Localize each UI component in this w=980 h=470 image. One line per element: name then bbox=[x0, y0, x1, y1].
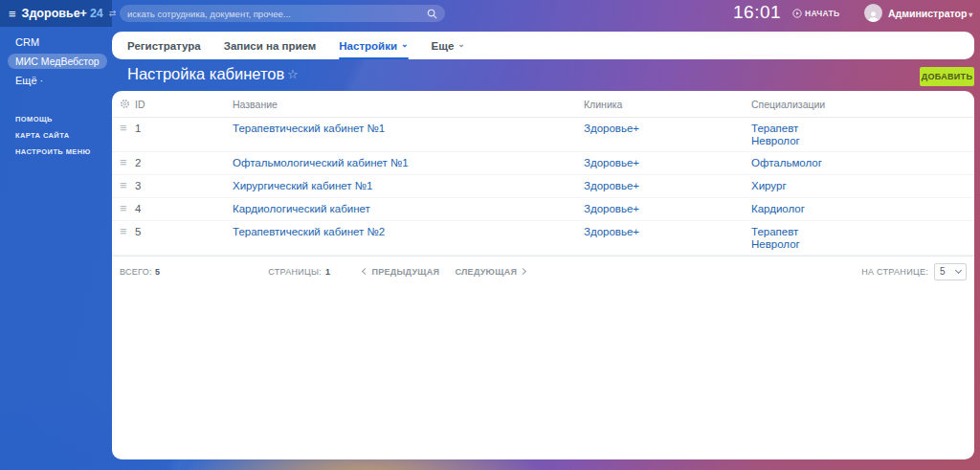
row-name-link[interactable]: Хирургический кабинет №1 bbox=[233, 180, 584, 192]
global-search[interactable] bbox=[120, 5, 445, 22]
switch-icon[interactable]: ⇄ bbox=[109, 9, 117, 18]
specialization-link[interactable]: Хирург bbox=[751, 180, 974, 192]
row-id: 2 bbox=[135, 157, 233, 169]
chevron-down-icon: ⌄ bbox=[401, 39, 409, 49]
sidebar-footer-menu: ПОМОЩЬКАРТА САЙТАНАСТРОИТЬ МЕНЮ bbox=[0, 111, 112, 160]
sidebar: CRMМИС МедВебсторЕщё · ПОМОЩЬКАРТА САЙТА… bbox=[0, 27, 112, 470]
search-icon[interactable] bbox=[427, 9, 437, 19]
table-row[interactable]: ≡2Офтальмологический кабинет №1Здоровье+… bbox=[112, 152, 974, 175]
play-circle-icon bbox=[792, 9, 802, 18]
per-page-select[interactable]: 5 bbox=[934, 263, 967, 280]
favorite-star-icon[interactable]: ☆ bbox=[287, 67, 299, 81]
brand-logo: Здоровье+24 bbox=[22, 7, 103, 20]
table-row[interactable]: ≡4Кардиологический кабинетЗдоровье+Карди… bbox=[112, 198, 974, 221]
drag-handle-icon[interactable]: ≡ bbox=[120, 180, 135, 191]
row-name-link[interactable]: Офтальмологический кабинет №1 bbox=[233, 157, 584, 169]
person-icon bbox=[867, 10, 880, 22]
row-clinic-link[interactable]: Здоровье+ bbox=[584, 123, 751, 135]
row-specializations: ТерапевтНевролог bbox=[751, 226, 974, 251]
chevron-down-icon: ▾ bbox=[969, 11, 972, 19]
column-header-specs[interactable]: Специализации bbox=[751, 99, 974, 110]
row-clinic-link[interactable]: Здоровье+ bbox=[584, 226, 751, 238]
grid-settings-gear-icon[interactable] bbox=[120, 99, 135, 109]
row-id: 5 bbox=[135, 226, 233, 238]
cabinets-grid: ID Название Клиника Специализации ≡1Тера… bbox=[112, 91, 974, 459]
chevron-right-icon bbox=[520, 268, 526, 275]
drag-handle-icon[interactable]: ≡ bbox=[120, 157, 135, 168]
row-name-link[interactable]: Терапевтический кабинет №2 bbox=[233, 226, 584, 238]
logo-area[interactable]: ≡ Здоровье+24 ⇄ bbox=[0, 0, 112, 27]
row-id: 3 bbox=[135, 180, 233, 192]
drag-handle-icon[interactable]: ≡ bbox=[120, 123, 135, 134]
row-clinic-link[interactable]: Здоровье+ bbox=[584, 180, 751, 192]
table-row[interactable]: ≡5Терапевтический кабинет №2Здоровье+Тер… bbox=[112, 221, 974, 256]
specialization-link[interactable]: Терапевт bbox=[751, 123, 974, 135]
column-header-clinic[interactable]: Клиника bbox=[584, 99, 751, 110]
specialization-link[interactable]: Невролог bbox=[751, 238, 974, 251]
sidebar-footer-item-3[interactable]: НАСТРОИТЬ МЕНЮ bbox=[0, 144, 112, 160]
row-specializations: Офтальмолог bbox=[751, 157, 974, 169]
specialization-link[interactable]: Терапевт bbox=[751, 226, 974, 238]
grid-header: ID Название Клиника Специализации bbox=[112, 91, 974, 118]
search-input[interactable] bbox=[127, 9, 427, 19]
drag-handle-icon[interactable]: ≡ bbox=[120, 226, 135, 237]
row-clinic-link[interactable]: Здоровье+ bbox=[584, 157, 751, 169]
tab-3[interactable]: Настройки⌄ bbox=[339, 32, 408, 59]
user-avatar[interactable] bbox=[864, 4, 882, 22]
section-tabs: РегистратураЗаписи на приемНастройки⌄Еще… bbox=[112, 32, 974, 59]
grid-footer: ВСЕГО:5 СТРАНИЦЫ:1 ПРЕДЫДУЩАЯ СЛЕДУЮЩАЯ … bbox=[112, 256, 974, 286]
sidebar-footer-item-1[interactable]: ПОМОЩЬ bbox=[0, 111, 112, 127]
next-page-button[interactable]: СЛЕДУЮЩАЯ bbox=[455, 267, 525, 277]
grid-rows: ≡1Терапевтический кабинет №1Здоровье+Тер… bbox=[112, 118, 974, 256]
drag-handle-icon[interactable]: ≡ bbox=[120, 203, 135, 214]
row-specializations: Кардиолог bbox=[751, 203, 974, 215]
prev-page-button[interactable]: ПРЕДЫДУЩАЯ bbox=[363, 267, 439, 277]
tab-2[interactable]: Записи на прием bbox=[224, 32, 317, 59]
start-workday-button[interactable]: НАЧАТЬ bbox=[792, 9, 839, 18]
specialization-link[interactable]: Кардиолог bbox=[751, 203, 974, 215]
specialization-link[interactable]: Невролог bbox=[751, 135, 974, 147]
sidebar-footer-item-2[interactable]: КАРТА САЙТА bbox=[0, 127, 112, 144]
clock-widget[interactable]: 16:01 bbox=[733, 2, 781, 23]
row-id: 4 bbox=[135, 203, 233, 215]
pages-label: СТРАНИЦЫ:1 bbox=[268, 267, 330, 277]
add-button[interactable]: ДОБАВИТЬ bbox=[920, 67, 974, 86]
row-specializations: Хирург bbox=[751, 180, 974, 192]
hamburger-menu-icon[interactable]: ≡ bbox=[9, 8, 16, 20]
row-specializations: ТерапевтНевролог bbox=[751, 123, 974, 147]
total-count: ВСЕГО:5 bbox=[120, 267, 160, 277]
chevron-down-icon bbox=[955, 267, 962, 274]
row-id: 1 bbox=[135, 123, 233, 135]
sidebar-item-2[interactable]: МИС МедВебстор bbox=[0, 52, 112, 71]
sidebar-item-1[interactable]: CRM bbox=[0, 27, 112, 52]
column-header-id[interactable]: ID bbox=[135, 99, 233, 110]
row-name-link[interactable]: Терапевтический кабинет №1 bbox=[233, 123, 584, 135]
column-header-name[interactable]: Название bbox=[233, 99, 584, 110]
chevron-left-icon bbox=[362, 268, 368, 275]
row-name-link[interactable]: Кардиологический кабинет bbox=[233, 203, 584, 215]
row-clinic-link[interactable]: Здоровье+ bbox=[584, 203, 751, 215]
tab-4[interactable]: Еще⌄ bbox=[432, 32, 465, 59]
specialization-link[interactable]: Офтальмолог bbox=[751, 157, 974, 169]
top-bar: ≡ Здоровье+24 ⇄ 16:01 НАЧАТЬ Администрат… bbox=[0, 0, 980, 27]
page-title: Настройка кабинетов bbox=[127, 65, 284, 83]
sidebar-item-3[interactable]: Ещё · bbox=[0, 71, 112, 90]
table-row[interactable]: ≡1Терапевтический кабинет №1Здоровье+Тер… bbox=[112, 118, 974, 152]
table-row[interactable]: ≡3Хирургический кабинет №1Здоровье+Хирур… bbox=[112, 175, 974, 198]
sidebar-main-menu: CRMМИС МедВебсторЕщё · bbox=[0, 27, 112, 90]
chevron-down-icon: ⌄ bbox=[457, 39, 465, 49]
tab-1[interactable]: Регистратура bbox=[127, 32, 201, 59]
per-page-label: НА СТРАНИЦЕ: bbox=[861, 267, 928, 277]
user-menu[interactable]: Администратор▾ bbox=[888, 8, 972, 19]
